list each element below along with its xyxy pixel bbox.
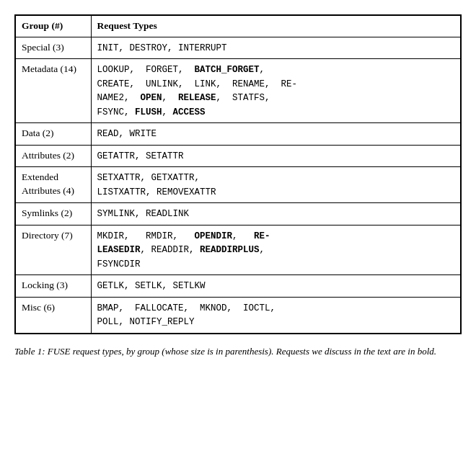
request-cell: INIT, DESTROY, INTERRUPT xyxy=(91,37,461,59)
request-cell: BMAP, FALLOCATE, MKNOD, IOCTL,POLL, NOTI… xyxy=(91,297,461,334)
table-row: Extended Attributes (4) SETXATTR, GETXAT… xyxy=(15,167,461,203)
header-request-types: Request Types xyxy=(91,15,461,37)
table-row: Locking (3) GETLK, SETLK, SETLKW xyxy=(15,275,461,298)
group-cell: Metadata (14) xyxy=(15,59,91,123)
table-row: Symlinks (2) SYMLINK, READLINK xyxy=(15,203,461,226)
group-cell: Special (3) xyxy=(15,37,91,59)
table-row: Data (2) READ, WRITE xyxy=(15,123,461,146)
group-cell: Data (2) xyxy=(15,123,91,146)
group-cell: Locking (3) xyxy=(15,275,91,298)
table-caption: Table 1: FUSE request types, by group (w… xyxy=(14,344,462,359)
fuse-table: Group (#) Request Types Special (3) INIT… xyxy=(14,14,462,334)
request-cell: GETLK, SETLK, SETLKW xyxy=(91,275,461,298)
request-cell: MKDIR, RMDIR, OPENDIR, RE-LEASEDIR, READ… xyxy=(91,225,461,275)
table-row: Directory (7) MKDIR, RMDIR, OPENDIR, RE-… xyxy=(15,225,461,275)
request-cell: LOOKUP, FORGET, BATCH_FORGET, CREATE, UN… xyxy=(91,59,461,123)
request-cell: READ, WRITE xyxy=(91,123,461,146)
header-group: Group (#) xyxy=(15,15,91,37)
table-row: Attributes (2) GETATTR, SETATTR xyxy=(15,145,461,167)
group-cell: Symlinks (2) xyxy=(15,203,91,226)
group-cell: Misc (6) xyxy=(15,297,91,334)
main-container: Group (#) Request Types Special (3) INIT… xyxy=(14,14,462,358)
group-cell: Directory (7) xyxy=(15,225,91,275)
table-row: Special (3) INIT, DESTROY, INTERRUPT xyxy=(15,37,461,59)
group-cell: Attributes (2) xyxy=(15,145,91,167)
group-cell: Extended Attributes (4) xyxy=(15,167,91,203)
table-row: Misc (6) BMAP, FALLOCATE, MKNOD, IOCTL,P… xyxy=(15,297,461,334)
request-cell: SETXATTR, GETXATTR,LISTXATTR, REMOVEXATT… xyxy=(91,167,461,203)
request-cell: GETATTR, SETATTR xyxy=(91,145,461,167)
request-cell: SYMLINK, READLINK xyxy=(91,203,461,226)
table-row: Metadata (14) LOOKUP, FORGET, BATCH_FORG… xyxy=(15,59,461,123)
